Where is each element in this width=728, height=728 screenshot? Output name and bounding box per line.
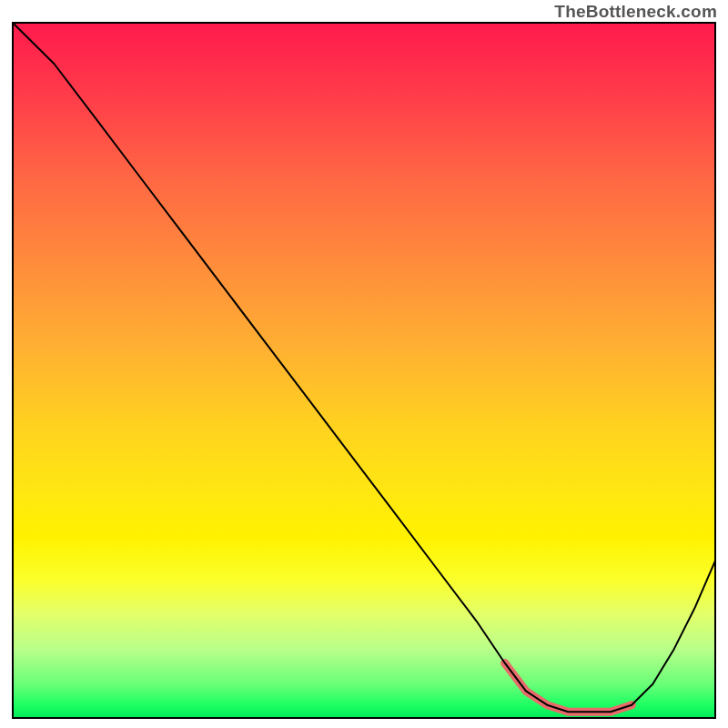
bottleneck-chart: TheBottleneck.com (0, 0, 728, 728)
gradient-background (12, 22, 716, 719)
plot-area (12, 22, 716, 719)
watermark-text: TheBottleneck.com (554, 2, 717, 22)
